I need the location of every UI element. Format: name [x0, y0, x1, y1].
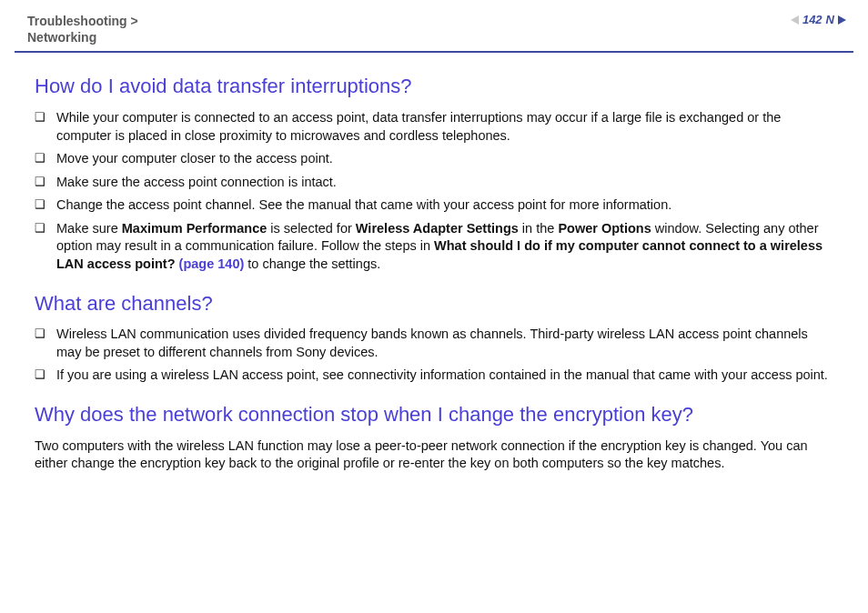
list-item: ❑ Make sure the access point connection …	[35, 174, 833, 192]
breadcrumb-line2: Networking	[27, 29, 138, 45]
list-item-text: Move your computer closer to the access …	[56, 150, 833, 168]
text-fragment: in the	[519, 221, 559, 236]
document-page: Troubleshooting > Networking 142 N How d…	[0, 0, 868, 473]
bullet-icon: ❑	[35, 220, 45, 236]
page-number: 142	[802, 13, 823, 26]
section1-heading: How do I avoid data transfer interruptio…	[35, 73, 833, 100]
bold-text: Power Options	[558, 221, 651, 236]
bullet-icon: ❑	[35, 196, 45, 213]
breadcrumb: Troubleshooting > Networking	[27, 13, 138, 45]
list-item-text: While your computer is connected to an a…	[56, 109, 833, 145]
list-item: ❑ Wireless LAN communication uses divide…	[35, 326, 833, 361]
nav-arrow-left-icon[interactable]	[791, 15, 799, 25]
bullet-icon: ❑	[35, 326, 45, 342]
bullet-icon: ❑	[35, 367, 45, 383]
list-item-text: If you are using a wireless LAN access p…	[56, 367, 833, 385]
section3-paragraph: Two computers with the wireless LAN func…	[35, 437, 833, 473]
list-item: ❑ While your computer is connected to an…	[35, 109, 833, 145]
section2-list: ❑ Wireless LAN communication uses divide…	[35, 326, 833, 385]
section1-list: ❑ While your computer is connected to an…	[35, 109, 833, 274]
bullet-icon: ❑	[35, 150, 45, 166]
bullet-icon: ❑	[35, 109, 45, 126]
list-item: ❑ Move your computer closer to the acces…	[35, 150, 833, 168]
section2-heading: What are channels?	[35, 290, 833, 317]
bullet-icon: ❑	[35, 174, 45, 190]
bold-text: Wireless Adapter Settings	[356, 221, 519, 236]
page-header: Troubleshooting > Networking 142 N	[0, 0, 868, 51]
n-label: N	[826, 13, 834, 26]
page-navigation: 142 N	[791, 13, 846, 26]
section3-heading: Why does the network connection stop whe…	[35, 401, 833, 428]
list-item: ❑ Make sure Maximum Performance is selec…	[35, 220, 833, 274]
list-item-text: Make sure Maximum Performance is selecte…	[56, 220, 833, 274]
list-item-text: Wireless LAN communication uses divided …	[56, 326, 833, 361]
text-fragment: to change the settings.	[244, 256, 380, 271]
list-item: ❑ If you are using a wireless LAN access…	[35, 367, 833, 385]
list-item-text: Make sure the access point connection is…	[56, 174, 833, 192]
bold-text: Maximum Performance	[122, 221, 267, 236]
text-fragment: is selected for	[267, 221, 356, 236]
page-reference-link[interactable]: (page 140)	[179, 256, 245, 271]
list-item: ❑ Change the access point channel. See t…	[35, 196, 833, 215]
nav-arrow-right-icon[interactable]	[838, 15, 846, 25]
list-item-text: Change the access point channel. See the…	[56, 196, 833, 215]
content-area: How do I avoid data transfer interruptio…	[0, 53, 868, 472]
text-fragment: Make sure	[56, 221, 122, 236]
breadcrumb-line1: Troubleshooting >	[27, 14, 138, 28]
